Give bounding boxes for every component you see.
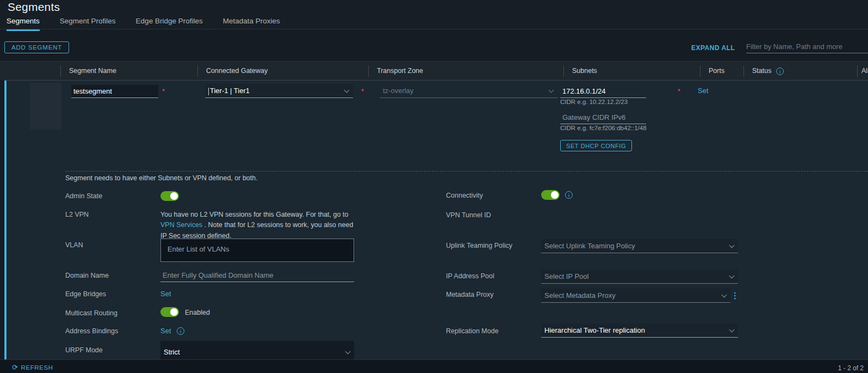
row-expander-cell[interactable] xyxy=(30,83,61,130)
edge-bridges-set-link[interactable]: Set xyxy=(160,290,171,298)
address-bindings-info-icon[interactable]: i xyxy=(177,327,184,335)
segment-name-input[interactable] xyxy=(71,85,158,98)
connected-gateway-select[interactable]: Tier-1 | Tier1 xyxy=(205,84,353,98)
metadata-proxy-menu-icon[interactable]: ⋮ xyxy=(731,291,739,299)
multicast-state-text: Enabled xyxy=(185,309,210,316)
refresh-icon: ⟳ xyxy=(12,363,18,371)
ipv6-help-text: CIDR e.g. fc7e:f206:db42::1/48 xyxy=(560,125,647,131)
subnets-vpn-note: Segment needs to have either Subnets or … xyxy=(65,174,258,182)
metadata-proxy-select[interactable]: Select Metadata Proxy xyxy=(541,289,730,303)
chevron-down-icon xyxy=(722,292,727,298)
chevron-down-icon xyxy=(344,88,350,93)
row-selected-accent xyxy=(4,81,7,360)
address-bindings-set-link[interactable]: Set xyxy=(160,327,171,335)
expand-all-link[interactable]: EXPAND ALL xyxy=(691,44,735,52)
subnet-cidr-input[interactable] xyxy=(560,85,646,98)
replication-mode-label: Replication Mode xyxy=(446,327,499,335)
chevron-down-icon xyxy=(729,327,735,333)
chevron-down-icon xyxy=(345,349,351,354)
chevron-down-icon xyxy=(549,88,554,93)
admin-state-label: Admin State xyxy=(65,192,102,200)
required-asterisk: * xyxy=(361,87,364,95)
domain-name-label: Domain Name xyxy=(65,272,109,279)
text-cursor xyxy=(208,88,209,95)
transport-zone-select: tz-overlay xyxy=(380,84,557,98)
required-asterisk: * xyxy=(678,87,680,95)
toggle-knob xyxy=(170,192,178,200)
column-divider xyxy=(368,65,369,77)
column-transport-zone[interactable]: Transport Zone xyxy=(377,67,423,75)
column-divider xyxy=(197,65,198,77)
required-asterisk: * xyxy=(162,87,165,95)
ip-address-pool-label: IP Address Pool xyxy=(446,272,494,280)
l2vpn-label: L2 VPN xyxy=(65,211,89,218)
table-header: Segment Name Connected Gateway Transport… xyxy=(0,61,868,80)
address-bindings-label: Address Bindings xyxy=(65,327,118,335)
replication-mode-select[interactable]: Hierarchical Two-Tier replication xyxy=(541,323,738,338)
subnet-ipv6-input[interactable] xyxy=(560,111,646,124)
ports-set-link[interactable]: Set xyxy=(698,87,709,95)
edge-bridges-label: Edge Bridges xyxy=(65,290,106,298)
tab-divider xyxy=(0,29,868,29)
cidr-help-text: CIDR e.g. 10.22.12.2/23 xyxy=(560,99,628,105)
admin-state-toggle[interactable] xyxy=(160,191,179,201)
pagination-text: 1 - 2 of 2 xyxy=(838,364,864,372)
vpn-services-link[interactable]: VPN Services xyxy=(160,221,202,229)
status-info-icon[interactable]: i xyxy=(776,68,784,75)
domain-name-input[interactable] xyxy=(160,269,354,282)
column-status[interactable]: Status xyxy=(752,67,771,75)
toggle-knob xyxy=(170,308,178,316)
refresh-button[interactable]: ⟳REFRESH xyxy=(12,363,53,371)
vlan-placeholder: Enter List of VLANs xyxy=(168,245,229,253)
multicast-routing-label: Multicast Routing xyxy=(65,309,117,317)
column-divider xyxy=(857,65,858,77)
uplink-teaming-policy-select[interactable]: Select Uplink Teaming Policy xyxy=(541,239,738,253)
vpn-tunnel-id-label: VPN Tunnel ID xyxy=(446,211,491,219)
segment-edit-row: * Tier-1 | Tier1 * tz-overlay * CIDR e.g… xyxy=(4,80,868,359)
ip-address-pool-select[interactable]: Select IP Pool xyxy=(541,270,738,284)
set-dhcp-config-button[interactable]: SET DHCP CONFIG xyxy=(560,140,632,151)
page-header: Segments Segments Segment Profiles Edge … xyxy=(0,0,868,29)
vlan-input[interactable]: Enter List of VLANs xyxy=(160,239,354,262)
column-subnets[interactable]: Subnets xyxy=(572,67,597,75)
urpf-mode-label: URPF Mode xyxy=(65,346,103,354)
connectivity-toggle[interactable] xyxy=(541,190,560,200)
urpf-mode-select[interactable]: Strict xyxy=(160,341,354,360)
column-divider xyxy=(743,65,744,77)
toggle-knob xyxy=(551,191,559,199)
section-divider xyxy=(65,171,868,172)
chevron-down-icon xyxy=(729,243,735,248)
column-ports[interactable]: Ports xyxy=(709,67,724,75)
chevron-down-icon xyxy=(729,273,735,279)
add-segment-button[interactable]: ADD SEGMENT xyxy=(4,41,69,53)
filter-input[interactable] xyxy=(746,40,868,53)
connectivity-label: Connectivity xyxy=(446,192,483,199)
l2vpn-message: You have no L2 VPN sessions for this Gat… xyxy=(160,210,361,241)
metadata-proxy-label: Metadata Proxy xyxy=(446,291,494,298)
column-alarms: Ala xyxy=(861,67,868,75)
multicast-routing-toggle[interactable] xyxy=(160,307,179,317)
vlan-label: VLAN xyxy=(65,241,83,249)
connectivity-info-icon[interactable]: i xyxy=(565,191,573,199)
uplink-teaming-policy-label: Uplink Teaming Policy xyxy=(446,242,512,249)
column-divider xyxy=(563,65,564,77)
column-connected-gateway[interactable]: Connected Gateway xyxy=(206,67,268,75)
column-divider xyxy=(700,65,700,77)
column-segment-name[interactable]: Segment Name xyxy=(69,67,116,75)
page-title: Segments xyxy=(8,1,60,14)
footer-bar: ⟳REFRESH 1 - 2 of 2 xyxy=(0,359,868,373)
column-divider xyxy=(60,65,61,77)
